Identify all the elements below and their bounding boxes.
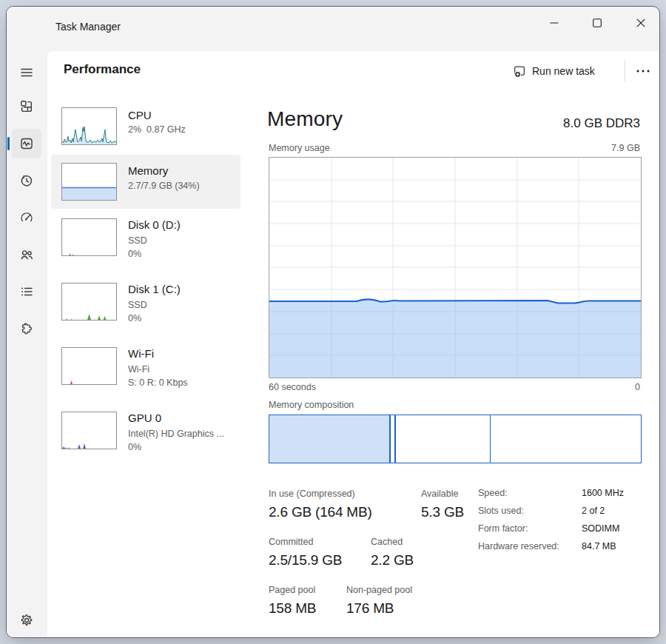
composition-segment-free bbox=[491, 415, 641, 463]
active-indicator bbox=[7, 137, 10, 150]
users-icon bbox=[19, 247, 34, 262]
performance-pulse-icon bbox=[19, 136, 34, 151]
list-item-cpu[interactable]: CPU 2% 0.87 GHz bbox=[51, 101, 240, 151]
detail-value-form-factor: SODIMM bbox=[582, 523, 619, 534]
minimize-button[interactable] bbox=[543, 13, 565, 33]
sidebar-item-app-history[interactable] bbox=[12, 166, 41, 195]
sidebar bbox=[7, 7, 47, 638]
item-title: Disk 1 (C:) bbox=[128, 282, 181, 297]
titlebar: Task Manager bbox=[7, 7, 660, 45]
detail-label-slots: Slots used: bbox=[478, 506, 524, 516]
item-sub: SSD bbox=[128, 235, 147, 247]
sidebar-item-users[interactable] bbox=[12, 240, 41, 269]
close-button[interactable] bbox=[630, 13, 652, 33]
item-sub: Wi-Fi bbox=[128, 363, 149, 376]
usage-chart-label: Memory usage bbox=[269, 143, 330, 153]
item-sub: 0% bbox=[128, 248, 141, 261]
stat-available: Available 5.3 GB bbox=[421, 488, 464, 522]
sidebar-item-details[interactable] bbox=[12, 277, 41, 306]
details-list-icon bbox=[19, 284, 34, 299]
task-manager-window: Task Manager bbox=[6, 6, 660, 638]
more-options-button[interactable] bbox=[630, 58, 656, 84]
hamburger-icon bbox=[19, 65, 34, 80]
maximize-icon bbox=[590, 16, 605, 30]
gauge-icon bbox=[19, 210, 34, 225]
sidebar-item-processes[interactable] bbox=[12, 92, 41, 121]
item-sub: 0% bbox=[128, 312, 141, 325]
stat-cached: Cached 2.2 GB bbox=[371, 536, 414, 570]
run-new-task-label: Run new task bbox=[532, 65, 595, 77]
sidebar-item-performance[interactable] bbox=[12, 129, 41, 158]
gpu-mini-chart bbox=[61, 412, 117, 449]
composition-segment-modified bbox=[391, 415, 396, 463]
hamburger-button[interactable] bbox=[12, 58, 41, 87]
history-clock-icon bbox=[19, 173, 34, 188]
item-title: GPU 0 bbox=[128, 411, 161, 426]
maximize-button[interactable] bbox=[586, 13, 608, 33]
stat-paged-pool: Paged pool 158 MB bbox=[269, 584, 316, 618]
minimize-icon bbox=[547, 16, 562, 30]
item-title: Wi-Fi bbox=[128, 346, 154, 361]
stat-in-use: In use (Compressed) 2.6 GB (164 MB) bbox=[269, 488, 372, 522]
toolbar-divider bbox=[625, 61, 625, 81]
item-sub: 2.7/7.9 GB (34%) bbox=[128, 180, 200, 192]
puzzle-icon bbox=[19, 321, 34, 336]
memory-composition-label: Memory composition bbox=[269, 400, 354, 410]
processes-grid-icon bbox=[19, 99, 34, 114]
list-item-disk1[interactable]: Disk 1 (C:) SSD 0% bbox=[51, 277, 240, 332]
memory-usage-chart bbox=[269, 157, 642, 378]
run-new-task-button[interactable]: Run new task bbox=[507, 58, 601, 84]
gear-icon bbox=[19, 613, 34, 628]
sidebar-item-services[interactable] bbox=[12, 314, 41, 343]
x-axis-right-label: 0 bbox=[635, 382, 640, 392]
item-sub: 2% 0.87 GHz bbox=[128, 124, 186, 136]
detail-label-form-factor: Form factor: bbox=[478, 523, 528, 534]
stat-committed: Committed 2.5/15.9 GB bbox=[269, 536, 342, 570]
detail-label-speed: Speed: bbox=[478, 488, 508, 498]
detail-value-hw-reserved: 84.7 MB bbox=[582, 541, 616, 551]
list-item-memory[interactable]: Memory 2.7/7.9 GB (34%) bbox=[51, 155, 240, 209]
usage-chart-max: 7.9 GB bbox=[611, 143, 640, 153]
memory-mini-chart bbox=[61, 163, 117, 201]
close-icon bbox=[633, 16, 648, 30]
sidebar-item-settings[interactable] bbox=[12, 606, 41, 635]
page-title: Performance bbox=[64, 62, 141, 77]
item-sub: Intel(R) HD Graphics ... bbox=[128, 428, 224, 440]
item-sub: S: 0 R: 0 Kbps bbox=[128, 377, 188, 389]
sidebar-item-startup-apps[interactable] bbox=[12, 203, 41, 232]
detail-label-hw-reserved: Hardware reserved: bbox=[478, 541, 559, 551]
item-sub: 0% bbox=[128, 441, 141, 454]
disk1-mini-chart bbox=[61, 283, 117, 321]
list-item-disk0[interactable]: Disk 0 (D:) SSD 0% bbox=[51, 212, 240, 268]
memory-capacity: 8.0 GB DDR3 bbox=[563, 116, 640, 131]
item-title: CPU bbox=[128, 108, 152, 123]
detail-value-slots: 2 of 2 bbox=[582, 506, 605, 516]
window-title: Task Manager bbox=[56, 21, 121, 33]
disk0-mini-chart bbox=[61, 218, 117, 256]
new-task-icon bbox=[513, 64, 526, 78]
stat-non-paged-pool: Non-paged pool 176 MB bbox=[346, 584, 412, 618]
composition-segment-standby bbox=[396, 415, 491, 463]
item-sub: SSD bbox=[128, 299, 147, 312]
composition-segment-in-use bbox=[269, 415, 391, 463]
item-title: Disk 0 (D:) bbox=[128, 218, 181, 232]
memory-title: Memory bbox=[267, 107, 343, 131]
detail-value-speed: 1600 MHz bbox=[582, 488, 624, 498]
list-item-gpu0[interactable]: GPU 0 Intel(R) HD Graphics ... 0% bbox=[51, 406, 240, 461]
ellipsis-icon bbox=[635, 64, 651, 78]
item-title: Memory bbox=[128, 164, 168, 178]
memory-composition-bar bbox=[269, 415, 642, 463]
wifi-mini-chart bbox=[61, 347, 117, 385]
list-item-wifi[interactable]: Wi-Fi Wi-Fi S: 0 R: 0 Kbps bbox=[51, 341, 240, 397]
cpu-mini-chart bbox=[61, 107, 117, 145]
x-axis-left-label: 60 seconds bbox=[269, 382, 316, 392]
